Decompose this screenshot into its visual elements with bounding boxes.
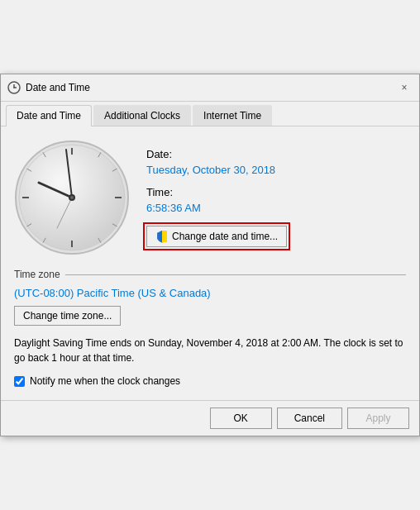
title-bar: Date and Time × — [1, 74, 419, 102]
date-time-dialog: Date and Time × Date and Time Additional… — [0, 74, 420, 436]
tab-date-time[interactable]: Date and Time — [6, 105, 92, 126]
date-value: Tuesday, October 30, 2018 — [146, 164, 406, 176]
cancel-button[interactable]: Cancel — [277, 408, 342, 429]
tab-additional-clocks[interactable]: Additional Clocks — [93, 105, 191, 126]
timezone-value: (UTC-08:00) Pacific Time (US & Canada) — [14, 287, 406, 299]
dialog-footer: OK Cancel Apply — [1, 400, 419, 436]
date-label: Date: — [146, 148, 406, 160]
notify-row: Notify me when the clock changes — [14, 375, 406, 387]
title-bar-title: Date and Time — [26, 82, 90, 93]
timezone-section-title: Time zone — [14, 269, 406, 280]
date-time-info: Date: Tuesday, October 30, 2018 Time: 6:… — [146, 140, 406, 255]
tab-internet-time[interactable]: Internet Time — [193, 105, 272, 126]
clock-container — [14, 140, 130, 255]
notify-label[interactable]: Notify me when the clock changes — [30, 375, 180, 387]
change-timezone-button[interactable]: Change time zone... — [14, 306, 121, 326]
tab-bar: Date and Time Additional Clocks Internet… — [1, 102, 419, 126]
title-bar-left: Date and Time — [7, 81, 90, 94]
change-datetime-button[interactable]: Change date and time... — [146, 226, 287, 247]
svg-point-3 — [13, 87, 15, 88]
change-datetime-container: Change date and time... — [146, 226, 406, 247]
analog-clock — [14, 140, 130, 255]
shield-icon — [155, 230, 169, 243]
date-time-section: Date: Tuesday, October 30, 2018 Time: 6:… — [14, 140, 406, 255]
notify-checkbox[interactable] — [14, 376, 25, 387]
time-label: Time: — [146, 186, 406, 198]
dst-text: Daylight Saving Time ends on Sunday, Nov… — [14, 336, 406, 365]
time-value: 6:58:36 AM — [146, 202, 406, 214]
timezone-section: Time zone (UTC-08:00) Pacific Time (US &… — [14, 269, 406, 326]
svg-point-22 — [70, 196, 74, 199]
tab-content: Date: Tuesday, October 30, 2018 Time: 6:… — [1, 126, 419, 400]
change-datetime-label: Change date and time... — [172, 231, 278, 242]
ok-button[interactable]: OK — [210, 408, 272, 429]
close-button[interactable]: × — [396, 79, 413, 96]
clock-icon — [7, 81, 21, 94]
apply-button[interactable]: Apply — [347, 408, 409, 429]
